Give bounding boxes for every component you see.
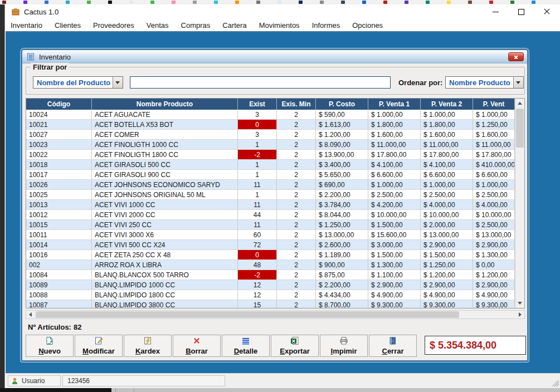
order-by-dropdown[interactable]: Nombre Producto — [445, 76, 524, 89]
menu-item-informes[interactable]: Informes — [312, 21, 340, 30]
cell-min: 2 — [277, 110, 316, 120]
edit-icon — [94, 336, 103, 347]
cell-min: 2 — [277, 300, 316, 308]
menu-item-proveedores[interactable]: Proveedores — [93, 21, 134, 30]
cerrar-button[interactable]: Cerrar — [369, 335, 417, 357]
cell-v2: $ 1.250,00 — [421, 260, 473, 270]
table-row[interactable]: 10027ACET COMER32$ 1.200,00$ 1.600,00$ 1… — [26, 130, 515, 140]
minimize-button[interactable] — [483, 4, 509, 19]
table-row[interactable]: 10011ACET VIVI 3000 X6602$ 13.000,00$ 15… — [26, 230, 515, 240]
table-row[interactable]: 10016ACET ZETA 250 CC X 4802$ 1.189,00$ … — [26, 250, 515, 260]
column-header-p-venta-1[interactable]: P. Venta 1 — [368, 99, 421, 110]
divider — [115, 388, 116, 392]
filter-field-dropdown[interactable]: Nombre del Producto — [33, 76, 123, 89]
menu-item-compras[interactable]: Compras — [181, 21, 211, 30]
dropdown-button[interactable] — [113, 77, 123, 88]
menu-item-opciones[interactable]: Opciones — [352, 21, 383, 30]
table-header[interactable]: CódigoNombre ProductoExistExis. MinP. Co… — [26, 99, 515, 110]
cell-v1: $ 6.600,00 — [368, 170, 421, 180]
dropdown-button[interactable] — [513, 77, 523, 88]
scroll-down-button[interactable] — [515, 298, 524, 308]
detalle-button[interactable]: Detalle — [222, 335, 270, 357]
toolbar-buttons: NuevoModificarKardexBorrarDetalleExporta… — [26, 335, 417, 357]
scrollbar-thumb[interactable] — [36, 311, 459, 318]
horizontal-scrollbar[interactable] — [26, 310, 525, 319]
table-row[interactable]: 10087BLANQ.LIMPIDO 3800 CC152$ 8.700,00$… — [26, 300, 515, 308]
kardex-button[interactable]: Kardex — [124, 335, 172, 357]
total-value-box: $ 5.354.384,00 — [425, 336, 526, 355]
impimir-button[interactable]: Impimir — [320, 335, 368, 357]
column-header-p-venta-2[interactable]: P. Venta 2 — [421, 99, 473, 110]
nuevo-button[interactable]: Nuevo — [26, 335, 74, 357]
table-row[interactable]: 10026ACET JOHNSONS ECONOMICO SARYD112$ 6… — [26, 180, 515, 190]
inventario-title-bar[interactable]: Inventario — [22, 50, 527, 63]
column-header-p-costo[interactable]: P. Costo — [316, 99, 368, 110]
cell-nombre: ACET ZETA 250 CC X 48 — [92, 250, 238, 260]
table-row[interactable]: 10014ACET VIVI 500 CC X24722$ 2.600,00$ … — [26, 240, 515, 250]
cell-v3: $ 1.000,00 — [473, 110, 515, 120]
menu-item-clientes[interactable]: Clientes — [55, 21, 81, 30]
cell-exist: 1 — [238, 140, 277, 150]
table-row[interactable]: 10024ACET AGUACATE32$ 590,00$ 1.000,00$ … — [26, 110, 515, 120]
filter-group-label: Filtrar por — [31, 63, 69, 71]
column-header-p-vent[interactable]: P. Vent — [473, 99, 515, 110]
column-header-exist[interactable]: Exist — [238, 99, 277, 110]
title-bar[interactable]: Cactus 1.0 — [5, 4, 560, 19]
cell-v2: $ 4.900,00 — [421, 290, 473, 300]
modificar-button[interactable]: Modificar — [75, 335, 123, 357]
cell-nombre: ACET VIVI 250 CC — [92, 220, 238, 230]
vertical-scrollbar[interactable] — [515, 99, 524, 308]
maximize-button[interactable] — [509, 4, 534, 19]
table-row[interactable]: 10088BLANQ.LIMPIDO 1800 CC122$ 4.434,00$… — [26, 290, 515, 300]
host-mini-icon — [129, 1, 133, 4]
close-button[interactable] — [534, 4, 560, 19]
cell-v2: $ 2.900,00 — [421, 240, 473, 250]
table-row[interactable]: 10013ACET VIVI 1000 CC112$ 3.784,00$ 4.2… — [26, 200, 515, 210]
table-row[interactable]: 10021ACET BOTELLA X53 BOT02$ 1.613,00$ 1… — [26, 120, 515, 130]
column-header-codigo[interactable]: Código — [26, 99, 92, 110]
table-row[interactable]: 10025ACET JOHNSONS ORIGINAL 50 ML12$ 2.2… — [26, 190, 515, 200]
cell-exist: 0 — [238, 250, 277, 260]
table-row[interactable]: 10018ACET GIRASOLI 500 CC12$ 3.400,00$ 4… — [26, 160, 515, 170]
cell-v2: $ 9.300,00 — [421, 300, 473, 308]
cell-min: 2 — [277, 250, 316, 260]
scrollbar-thumb[interactable] — [516, 109, 524, 148]
host-taskbar-strip — [0, 388, 560, 392]
column-header-nombre-producto[interactable]: Nombre Producto — [92, 99, 238, 110]
table-row[interactable]: 10023ACET FINOLIGTH 1000 CC12$ 8.090,00$… — [26, 140, 515, 150]
cell-min: 2 — [277, 210, 316, 220]
cell-v2: $ 2.500,00 — [421, 190, 473, 200]
table-row[interactable]: 10022ACET FINOLIGTH 1800 CC-22$ 13.900,0… — [26, 150, 515, 160]
filter-search-input[interactable] — [130, 76, 391, 89]
menu-item-cartera[interactable]: Cartera — [222, 21, 246, 30]
inventario-close-button[interactable] — [508, 52, 524, 61]
cell-costo: $ 13.900,00 — [316, 150, 368, 160]
column-header-exis-min[interactable]: Exis. Min — [277, 99, 316, 110]
cell-v2: $ 13.000,00 — [421, 230, 473, 240]
cell-nombre: BLANQ.LIMPIDO 1800 CC — [92, 290, 238, 300]
table-row[interactable]: 10089BLANQ.LIMPIDO 1000 CC122$ 2.200,00$… — [26, 280, 515, 290]
exportar-button[interactable]: Exportar — [271, 335, 319, 357]
cell-min: 2 — [277, 290, 316, 300]
table-row[interactable]: 10015ACET VIVI 250 CC112$ 1.250,00$ 1.50… — [26, 220, 515, 230]
table-row[interactable]: 10017ACET GIRASOLI 900 CC12$ 5.650,00$ 6… — [26, 170, 515, 180]
cell-v1: $ 1.800,00 — [368, 120, 421, 130]
host-mini-icon — [277, 1, 281, 4]
resize-grip[interactable] — [552, 379, 559, 386]
menu-item-ventas[interactable]: Ventas — [147, 21, 169, 30]
cell-min: 2 — [277, 140, 316, 150]
table-row[interactable]: 10084BLANQ.BLANCOX 500 TARRO-22$ 875,00$… — [26, 270, 515, 280]
menu-item-inventario[interactable]: Inventario — [11, 21, 42, 30]
cell-v3: $ 2.500,00 — [473, 190, 515, 200]
table-row[interactable]: 10012ACET VIVI 2000 CC442$ 8.044,00$ 10.… — [26, 210, 515, 220]
window-controls — [483, 4, 560, 19]
cell-min: 2 — [277, 200, 316, 210]
table-row[interactable]: 002ARROZ ROA X LIBRA482$ 900,00$ 1.300,0… — [26, 260, 515, 270]
cell-costo: $ 1.613,00 — [316, 120, 368, 130]
cell-v2: $ 11.000,00 — [421, 140, 473, 150]
borrar-button[interactable]: Borrar — [173, 335, 221, 357]
menu-item-movimientos[interactable]: Movimientos — [259, 21, 300, 30]
cell-v2: $ 6.600,00 — [421, 170, 473, 180]
scroll-up-button[interactable] — [515, 99, 524, 108]
host-mini-icon — [172, 1, 176, 4]
